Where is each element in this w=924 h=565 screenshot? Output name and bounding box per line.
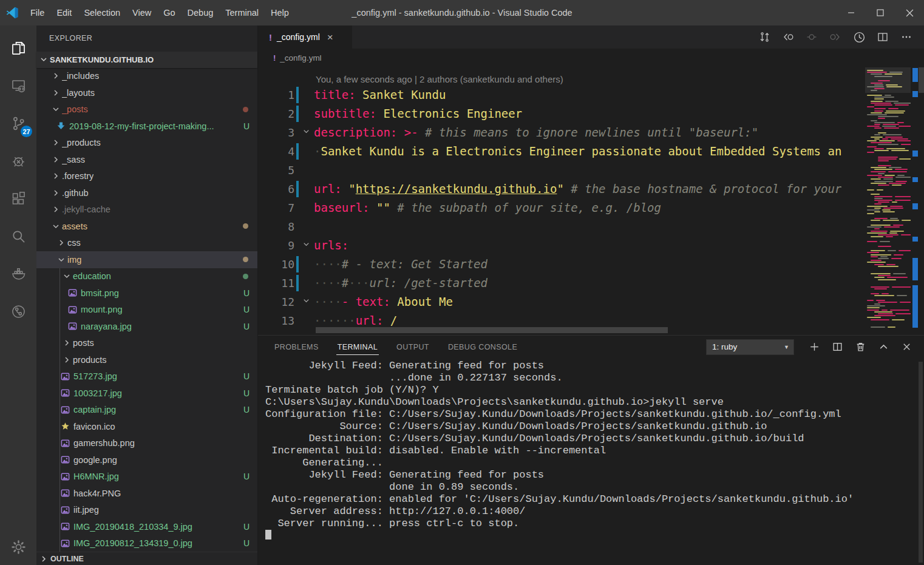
search-icon[interactable] [0, 217, 36, 255]
tree-item-narayana-jpg[interactable]: narayana.jpgU [36, 318, 257, 335]
editor-vertical-scrollbar[interactable] [919, 67, 924, 93]
source-control-icon[interactable]: 27 [0, 104, 36, 142]
menu-edit[interactable]: Edit [50, 0, 78, 25]
tree-item-1003217-jpg[interactable]: 1003217.jpgU [36, 385, 257, 402]
tab-close-icon[interactable]: × [327, 32, 333, 42]
new-terminal-icon[interactable] [805, 338, 823, 356]
tree-item-google-png[interactable]: google.png [36, 452, 257, 469]
tree-item-assets[interactable]: assets [36, 218, 257, 235]
split-terminal-icon[interactable] [828, 338, 846, 356]
terminal-cursor [265, 530, 271, 540]
breadcrumb[interactable]: ! _config.yml [258, 49, 924, 67]
vscode-window: FileEditSelectionViewGoDebugTerminalHelp… [0, 0, 924, 565]
tree-item-bmsit-png[interactable]: bmsit.pngU [36, 285, 257, 302]
code-line-3[interactable]: 3description: >- # this means to ignore … [258, 123, 924, 142]
code-line-2[interactable]: 2subtitle: Electronics Engineer [258, 104, 924, 123]
tree-item--github[interactable]: .github [36, 184, 257, 201]
menu-go[interactable]: Go [157, 0, 181, 25]
split-editor-icon[interactable] [874, 28, 892, 46]
code-line-8[interactable]: 8 [258, 217, 924, 236]
close-panel-icon[interactable] [897, 338, 916, 356]
tree-item-label: _sass [62, 155, 85, 164]
tree-item-captain-jpg[interactable]: captain.jpgU [36, 402, 257, 419]
tree-item--layouts[interactable]: _layouts [36, 84, 257, 101]
tree-root-folder[interactable]: SANKETKUNDU.GITHUB.IO [36, 52, 257, 68]
terminal-scrollbar[interactable] [919, 362, 923, 563]
code-line-1[interactable]: 1title: Sanket Kundu [258, 86, 924, 104]
vscode-logo-icon [0, 6, 24, 19]
menu-selection[interactable]: Selection [78, 0, 126, 25]
code-line-10[interactable]: 10····# - text: Get Started [258, 255, 924, 274]
code-editor[interactable]: You, a few seconds ago | 2 authors (sank… [258, 67, 924, 335]
git-status-badge: U [243, 522, 250, 532]
breadcrumb-item[interactable]: _config.yml [280, 53, 321, 63]
tree-item-h6mnr-jpg[interactable]: H6MNR.jpgU [36, 469, 257, 485]
tree-item-img-20190812-134319-0-jpg[interactable]: IMG_20190812_134319_0.jpgU [36, 535, 257, 552]
previous-change-icon[interactable] [779, 28, 797, 46]
remote-explorer-icon[interactable] [0, 67, 36, 104]
menu-terminal[interactable]: Terminal [219, 0, 265, 25]
open-changes-icon[interactable] [755, 28, 773, 46]
tree-item-css[interactable]: css [36, 235, 257, 252]
terminal-output[interactable]: Jekyll Feed: Generating feed for posts .… [258, 358, 924, 565]
minimap[interactable] [865, 67, 911, 335]
kill-terminal-icon[interactable] [851, 338, 869, 356]
file-history-icon[interactable] [850, 28, 868, 46]
explorer-icon[interactable] [0, 29, 36, 67]
more-actions-icon[interactable] [897, 28, 916, 46]
extensions-icon[interactable] [0, 180, 36, 217]
next-change-icon[interactable] [826, 28, 844, 46]
tree-item-hack4r-png[interactable]: hack4r.PNG [36, 485, 257, 502]
menu-file[interactable]: File [24, 0, 50, 25]
panel-tab-debug-console[interactable]: DEBUG CONSOLE [447, 339, 518, 355]
code-line-9[interactable]: 9urls: [258, 236, 924, 255]
terminal-select[interactable]: 1: ruby ▼ [706, 339, 794, 355]
code-line-11[interactable]: 11····#···url: /get-started [258, 274, 924, 293]
editor-horizontal-scrollbar[interactable] [316, 327, 668, 333]
file-tree: _includes_layouts_posts2019-08-12-my-fir… [36, 68, 257, 552]
tree-item-posts[interactable]: posts [36, 335, 257, 352]
docker-icon[interactable] [0, 255, 36, 293]
panel-tab-problems[interactable]: PROBLEMS [273, 339, 320, 355]
tree-item--sass[interactable]: _sass [36, 151, 257, 168]
tree-item-iit-jpeg[interactable]: iit.jpeg [36, 502, 257, 519]
maximize-panel-icon[interactable] [874, 338, 892, 356]
tree-item-products[interactable]: products [36, 351, 257, 368]
gitlens-icon[interactable] [0, 293, 36, 330]
settings-gear-icon[interactable] [0, 532, 36, 561]
code-line-4[interactable]: 4·Sanket Kundu is a Electronics Engineer… [258, 142, 924, 161]
minimize-button[interactable] [837, 0, 866, 25]
debug-icon[interactable] [0, 142, 36, 180]
terminal-line: ...done in 0.227137 seconds. [265, 372, 924, 384]
chevron-right-icon [51, 71, 61, 81]
panel-tab-terminal[interactable]: TERMINAL [336, 339, 379, 355]
inline-change-icon[interactable] [803, 28, 821, 46]
code-line-6[interactable]: 6url: "https://sanketkundu.github.io" # … [258, 180, 924, 198]
maximize-button[interactable] [866, 0, 895, 25]
tree-item-education[interactable]: education [36, 268, 257, 285]
menu-debug[interactable]: Debug [182, 0, 220, 25]
tree-item-mount-png[interactable]: mount.pngU [36, 302, 257, 319]
tree-item-517273-jpg[interactable]: 517273.jpgU [36, 368, 257, 385]
code-line-7[interactable]: 7baseurl: "" # the subpath of your site,… [258, 198, 924, 217]
code-line-5[interactable]: 5 [258, 161, 924, 180]
tree-item-favicon-ico[interactable]: favicon.ico [36, 418, 257, 435]
tab-config-yml[interactable]: ! _config.yml × [258, 25, 352, 49]
tree-item-img-20190418-210334-9-jpg[interactable]: IMG_20190418_210334_9.jpgU [36, 518, 257, 535]
panel-tab-output[interactable]: OUTPUT [395, 339, 430, 355]
tree-item--posts[interactable]: _posts [36, 101, 257, 118]
tree-item--products[interactable]: _products [36, 135, 257, 152]
outline-label: OUTLINE [50, 555, 84, 563]
close-button[interactable] [895, 0, 924, 25]
tree-item--jekyll-cache[interactable]: .jekyll-cache [36, 201, 257, 218]
tree-item--forestry[interactable]: .forestry [36, 168, 257, 185]
tree-item-gamershub-png[interactable]: gamershub.png [36, 435, 257, 452]
code-line-12[interactable]: 12····- text: About Me [258, 293, 924, 311]
tree-item--includes[interactable]: _includes [36, 68, 257, 85]
tree-item-img[interactable]: img [36, 251, 257, 268]
code-text: ····#···url: /get-started [314, 274, 487, 293]
outline-section-header[interactable]: OUTLINE [36, 552, 257, 565]
menu-help[interactable]: Help [265, 0, 295, 25]
menu-view[interactable]: View [126, 0, 157, 25]
tree-item-2019-08-12-my-first-project-making-[interactable]: 2019-08-12-my-first-project-making...U [36, 118, 257, 135]
